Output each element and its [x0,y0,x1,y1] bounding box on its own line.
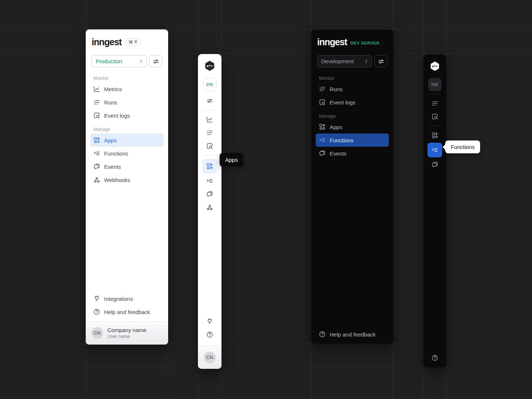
sidebar-item-label: Help and feedback [330,331,376,338]
events-icon [319,150,326,157]
inngest-logo-mark-icon[interactable] [204,60,215,71]
apps-icon [206,163,213,170]
grid-guide-horizontal [0,29,532,29]
sidebar-item-help-and-feedback[interactable]: Help and feedback [316,328,389,341]
inngest-logo-mark-icon[interactable] [430,61,440,71]
sidebar-item-runs[interactable] [428,97,441,110]
inngest-logo: inngest [317,38,347,47]
sidebar-item-webhooks[interactable] [203,201,216,214]
sidebar-collapsed-light: PR CN [198,54,221,369]
sidebar-item-runs[interactable] [203,126,216,139]
sidebar-item-label: Events [104,164,121,170]
sliders-icon [377,58,385,65]
chevron-up-down-icon [138,58,144,64]
sidebar-item-event-logs[interactable]: Event logs [90,109,164,122]
divider [202,155,217,156]
account-footer[interactable]: CN Company name User name [86,321,168,345]
sidebar-item-apps[interactable]: Apps [316,120,389,133]
help-icon [319,331,326,338]
sidebar-item-help-and-feedback[interactable] [203,328,216,341]
integrations-plug-icon [206,318,213,325]
sidebar-item-event-logs[interactable] [203,139,216,153]
sidebar-item-metrics[interactable]: Metrics [90,82,164,96]
sidebar-item-functions[interactable]: Functions [316,133,389,147]
sidebar-item-label: Help and feedback [104,309,150,315]
runs-icon [93,99,100,106]
sidebar-item-runs[interactable]: Runs [90,96,164,109]
account-footer[interactable]: CN [198,345,221,369]
sidebar-item-metrics[interactable] [203,113,216,126]
command-k-shortcut-badge[interactable]: ⌘ K [125,38,141,46]
sidebar-item-functions[interactable] [428,143,442,157]
sidebar-item-events[interactable] [428,158,441,171]
tooltip-apps: Apps [220,153,243,167]
webhooks-icon [206,204,213,211]
sidebar-header: inngest ⌘ K [86,29,168,47]
environment-filter-button[interactable] [375,55,387,67]
event-logs-icon [93,112,100,119]
events-icon [206,190,213,198]
sidebar-item-apps[interactable] [428,129,441,142]
sidebar-item-apps[interactable] [202,159,217,174]
runs-icon [206,129,213,136]
sidebar-item-integrations[interactable]: Integrations [90,292,164,305]
sidebar-item-help-and-feedback[interactable]: Help and feedback [90,305,164,318]
sidebar-item-label: Functions [104,150,128,157]
sidebar-item-runs[interactable]: Runs [316,82,389,96]
environment-filter-button[interactable] [203,94,216,107]
environment-filter-button[interactable] [149,55,162,67]
command-key-icon: ⌘ [128,39,133,45]
sidebar-item-functions[interactable] [203,174,216,188]
section-label-manage: Manage [319,114,389,119]
environment-select-value: Development [321,58,354,64]
environment-select[interactable]: Development [317,55,372,67]
sidebar-header: inngest DEV SERVER [311,29,393,47]
sidebar-item-label: Event logs [104,113,130,119]
apps-icon [319,123,326,131]
apps-icon [93,136,100,144]
divider [429,126,441,126]
sidebar-item-events[interactable]: Events [90,160,164,173]
avatar[interactable]: CN [204,352,216,363]
functions-icon [431,146,439,154]
sidebar-item-integrations[interactable] [203,315,216,328]
sidebar-item-event-logs[interactable]: Event logs [316,96,389,109]
event-logs-icon [431,113,439,120]
environment-select[interactable]: Production [92,55,147,67]
environment-select-value: Production [96,58,122,64]
runs-icon [431,100,439,107]
sidebar-expanded-dark: inngest DEV SERVER Development Monitor R… [311,29,393,344]
sidebar-item-functions[interactable]: Functions [90,147,164,160]
sidebar-item-events[interactable]: Events [316,147,389,160]
runs-icon [319,85,326,93]
sidebar-item-label: Runs [330,86,343,92]
functions-icon [319,136,326,144]
avatar[interactable]: CN [91,327,103,339]
events-icon [93,163,100,170]
sidebar-item-label: Events [330,150,347,157]
tooltip-functions: Functions [445,140,480,153]
sidebar-item-event-logs[interactable] [428,110,441,123]
sidebar-item-apps[interactable]: Apps [90,133,164,147]
sidebar-collapsed-dark: PR [423,54,446,368]
company-name: Company name [107,327,146,334]
chevron-up-down-icon [363,58,369,64]
events-icon [431,161,439,168]
apps-icon [431,132,439,139]
sidebar-item-webhooks[interactable]: Webhooks [90,173,164,186]
sidebar-item-help-and-feedback[interactable] [428,351,441,364]
sliders-icon [152,58,160,65]
section-label-manage: Manage [93,127,164,132]
environment-badge[interactable]: PR [428,78,441,91]
sliders-icon [206,97,213,104]
environment-badge[interactable]: PR [203,78,216,91]
user-name: User name [107,334,146,340]
sidebar-item-events[interactable] [203,188,216,201]
grid-guide-horizontal [0,54,532,54]
metrics-icon [206,116,213,123]
sidebar-expanded-light: inngest ⌘ K Production Monitor Metrics R… [86,29,168,345]
event-logs-icon [319,99,326,106]
event-logs-icon [206,142,213,150]
help-icon [431,354,439,361]
sidebar-item-label: Functions [330,137,354,143]
